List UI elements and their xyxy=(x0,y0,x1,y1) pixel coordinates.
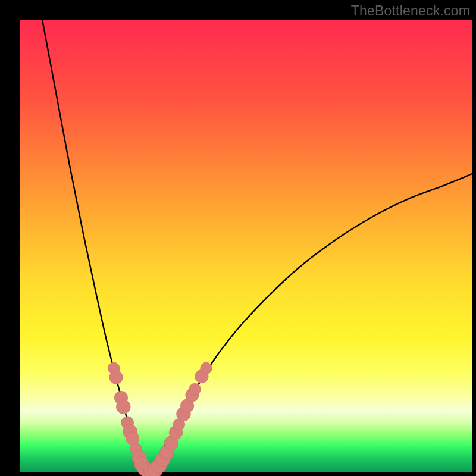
marker-group xyxy=(108,362,212,476)
curve-right-arm xyxy=(146,174,472,471)
data-marker xyxy=(116,400,130,414)
chart-svg xyxy=(20,20,472,472)
data-marker xyxy=(201,362,212,374)
data-marker xyxy=(109,371,123,384)
data-marker xyxy=(189,383,201,395)
watermark-text: TheBottleneck.com xyxy=(351,3,470,19)
chart-frame: TheBottleneck.com xyxy=(0,0,476,476)
curve-left-arm xyxy=(42,20,146,471)
